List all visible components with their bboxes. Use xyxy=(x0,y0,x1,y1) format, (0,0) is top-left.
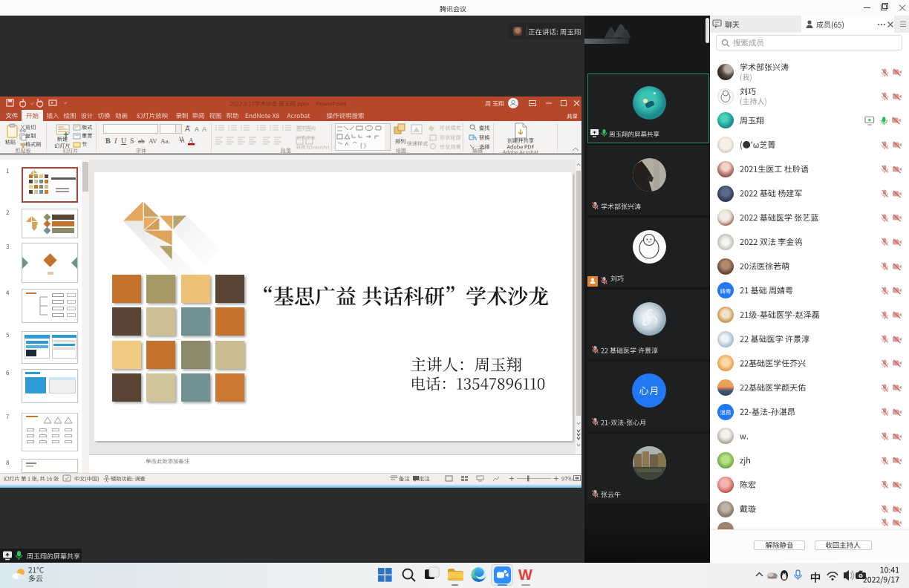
svg-text:ab: ab xyxy=(138,137,145,145)
svg-text:AV: AV xyxy=(149,137,157,145)
svg-text:Aa: Aa xyxy=(160,137,169,145)
svg-text:I: I xyxy=(114,137,117,145)
svg-text:S: S xyxy=(130,137,134,145)
svg-text:A: A xyxy=(189,137,194,144)
svg-text:W: W xyxy=(518,566,532,583)
svg-text:U: U xyxy=(121,137,127,145)
svg-text:A: A xyxy=(195,125,199,133)
svg-text:B: B xyxy=(105,137,111,145)
svg-text:{ }: { } xyxy=(360,142,366,148)
svg-text:A: A xyxy=(202,125,206,133)
